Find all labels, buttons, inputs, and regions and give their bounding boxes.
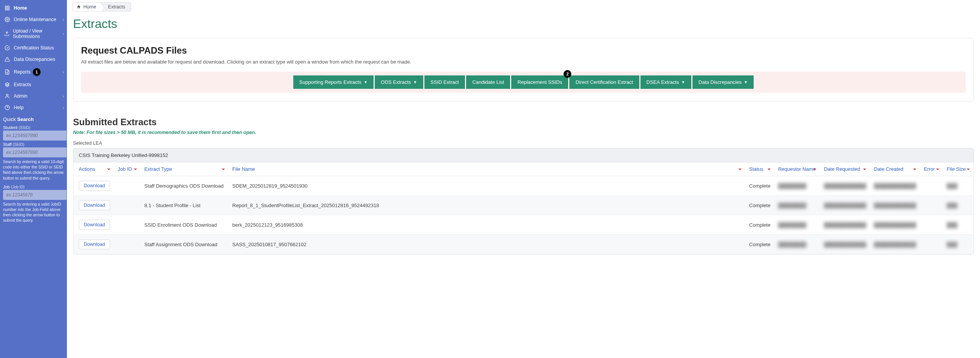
filter-icon[interactable]: ⏷ [738, 167, 742, 172]
chevron-right-icon: › [63, 94, 64, 98]
cell-job-id [114, 235, 141, 254]
extracts-table: Actions⏷ Job ID⏷ Extract Type⏷ File Name… [73, 162, 973, 254]
download-button[interactable]: Download [79, 220, 110, 230]
filter-icon[interactable]: ⏷ [913, 167, 917, 172]
cell-file-name: berk_2025012123_9516985308 [229, 215, 746, 235]
candidate-list-button[interactable]: Candidate List [466, 75, 510, 89]
ods-extracts-button[interactable]: ODS Extracts▼ [375, 75, 423, 89]
cell-date-requested: ████████████ [820, 215, 870, 235]
direct-certification-extract-button[interactable]: Direct Certification Extract [569, 75, 639, 89]
nav-label: Data Discrepancies [14, 57, 55, 62]
cell-error [920, 176, 943, 196]
nav-admin[interactable]: Admin › [0, 90, 67, 102]
gear-icon [4, 17, 11, 22]
supporting-reports-extracts-button[interactable]: Supporting Reports Extracts▼ [293, 75, 374, 89]
selected-lea-label: Selected LEA [67, 141, 980, 148]
col-date-created[interactable]: Date Created⏷ [870, 162, 920, 176]
filter-icon[interactable]: ⏷ [221, 167, 226, 172]
filter-icon[interactable]: ⏷ [133, 167, 138, 172]
cell-status: Complete [745, 215, 774, 235]
job-help-text: Search by entering a valid JobID number … [3, 201, 64, 223]
cell-requestor: ████████ [774, 196, 820, 215]
user-icon [4, 93, 11, 99]
quick-search-panel: Quick Search Student (SSID) › Staff (SEI… [0, 113, 67, 231]
breadcrumb-home-label: Home [83, 4, 96, 10]
note-text: Note: For file sizes > 50 MB, it is reco… [67, 130, 980, 141]
col-actions[interactable]: Actions⏷ [73, 162, 114, 176]
cell-date-requested: ████████████ [820, 235, 870, 254]
nav-extracts[interactable]: Extracts [0, 79, 67, 90]
filter-icon[interactable]: ⏷ [936, 167, 940, 172]
col-error[interactable]: Error⏷ [920, 162, 943, 176]
cell-extract-type: SSID Enrollment ODS Download [141, 215, 229, 235]
col-requestor[interactable]: Requestor Name⏷ [774, 162, 820, 176]
caret-down-icon: ▼ [744, 80, 748, 84]
extract-buttons-wrap: Supporting Reports Extracts▼ ODS Extract… [81, 72, 966, 93]
reports-badge: 1 [33, 68, 41, 76]
download-button[interactable]: Download [79, 181, 110, 191]
download-button[interactable]: Download [79, 200, 110, 210]
cell-date-created: ████████████ [870, 196, 920, 215]
student-label: Student (SSID) [3, 125, 64, 130]
caret-down-icon: ▼ [364, 80, 367, 84]
cell-date-requested: ████████████ [820, 176, 870, 196]
cell-error [920, 235, 943, 254]
filter-icon[interactable]: ⏷ [107, 167, 111, 172]
filter-icon[interactable]: ⏷ [863, 167, 867, 172]
cell-status: Complete [745, 196, 774, 215]
ssid-extract-button[interactable]: SSID Extract [424, 75, 465, 89]
nav-online-maintenance[interactable]: Online Maintenance › [0, 14, 67, 25]
col-file-size[interactable]: File Size⏷ [943, 162, 973, 176]
job-id-input[interactable] [3, 190, 67, 200]
svg-rect-3 [8, 8, 9, 10]
breadcrumb-home[interactable]: Home [72, 2, 101, 11]
nav-label: Online Maintenance [14, 17, 56, 22]
cell-date-requested: ████████████ [820, 196, 870, 215]
filter-icon[interactable]: ⏷ [966, 167, 970, 172]
svg-point-4 [7, 19, 8, 20]
staff-seid-input[interactable] [3, 147, 67, 157]
nav-label: Help [14, 105, 24, 110]
col-file-name[interactable]: File Name⏷ [229, 162, 746, 176]
chevron-right-icon: › [63, 32, 64, 36]
nav-help[interactable]: Help › [0, 102, 67, 113]
home-icon [76, 5, 81, 9]
cell-extract-type: 8.1 - Student Profile - List [141, 196, 229, 215]
student-ssid-input[interactable] [3, 131, 67, 141]
cell-file-name: Report_8_1_StudentProfileList_Extract_20… [229, 196, 746, 215]
breadcrumb: Home Extracts [67, 0, 980, 11]
nav-data-discrepancies[interactable]: Data Discrepancies [0, 54, 67, 65]
cell-date-created: ████████████ [870, 215, 920, 235]
replacement-ssids-button[interactable]: Replacement SSIDs [511, 75, 568, 89]
nav-label: Home [14, 5, 27, 11]
stack-icon [4, 82, 11, 87]
col-status[interactable]: Status⏷ [745, 162, 774, 176]
nav-home[interactable]: Home [0, 2, 67, 14]
dsea-extracts-button[interactable]: DSEA Extracts▼ [640, 75, 691, 89]
data-discrepancies-button[interactable]: Data Discrepancies▼ [692, 75, 754, 89]
filter-icon[interactable]: ⏷ [813, 167, 817, 172]
col-extract-type[interactable]: Extract Type⏷ [141, 162, 229, 176]
nav-reports[interactable]: Reports 1 › [0, 65, 67, 79]
upload-icon [4, 31, 10, 36]
col-job-id[interactable]: Job ID⏷ [114, 162, 141, 176]
nav-certification-status[interactable]: Certification Status [0, 42, 67, 54]
request-description: All extract files are below and availabl… [81, 59, 966, 65]
nav-upload-submissions[interactable]: Upload / View Submissions › [0, 25, 67, 42]
search-help-text: Search by entering a valid 10-digit code… [3, 159, 64, 181]
help-icon [4, 105, 11, 110]
filter-icon[interactable]: ⏷ [767, 167, 771, 172]
cell-file-size: ███ [943, 176, 973, 196]
table-row: DownloadStaff Demographics ODS DownloadS… [73, 176, 973, 196]
cell-date-created: ████████████ [870, 235, 920, 254]
chevron-right-icon: › [63, 106, 64, 110]
cell-file-size: ███ [943, 196, 973, 215]
cell-file-size: ███ [943, 235, 973, 254]
download-button[interactable]: Download [79, 239, 110, 249]
chevron-right-icon: › [63, 70, 64, 74]
col-date-requested[interactable]: Date Requested⏷ [820, 162, 870, 176]
grid-icon [4, 5, 11, 11]
nav-label: Reports [14, 69, 31, 75]
extract-buttons: Supporting Reports Extracts▼ ODS Extract… [293, 75, 754, 89]
check-circle-icon [4, 45, 11, 51]
